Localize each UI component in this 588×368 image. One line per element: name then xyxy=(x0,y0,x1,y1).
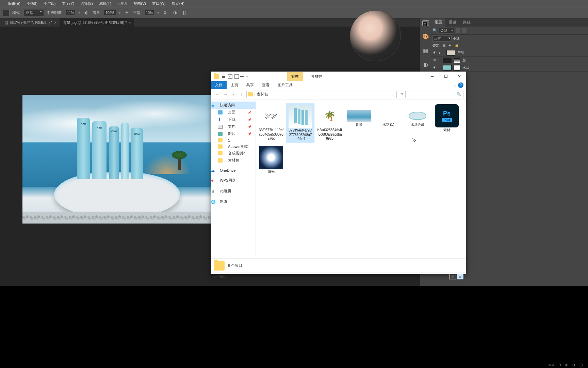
layer-name[interactable]: 水盆 xyxy=(462,65,469,70)
layer-filter-dropdown[interactable]: 类型 xyxy=(439,28,454,34)
nav-up-button[interactable]: ↑ xyxy=(238,91,245,98)
nav-item-图片[interactable]: 图片📌 xyxy=(211,130,256,137)
close-icon[interactable]: × xyxy=(54,21,56,25)
opacity-value[interactable]: 11% xyxy=(65,10,76,16)
menu-edit[interactable]: 编辑(E) xyxy=(5,0,23,7)
file-item[interactable]: 背景 xyxy=(345,103,373,143)
file-item[interactable]: 🕊🕊36f9677b1119bfc584d5e538870a76c xyxy=(257,103,285,143)
layer-thumbnail[interactable] xyxy=(443,65,452,71)
tab-channels[interactable]: 通道 xyxy=(445,18,460,27)
properties-icon[interactable] xyxy=(222,75,225,78)
menu-layer[interactable]: 图层(L) xyxy=(40,0,59,7)
visibility-icon[interactable]: 👁 xyxy=(432,51,437,55)
layer-mask-icon[interactable]: ◐ xyxy=(565,363,568,367)
layer-row[interactable]: 👁 影 xyxy=(431,57,588,64)
lock-position-icon[interactable]: ✥ xyxy=(448,44,453,48)
ribbon-tab-picture-tools[interactable]: 图片工具 xyxy=(274,81,297,89)
file-item[interactable]: 🌴b2ad325364fb4ff6c683af9acdba6925 xyxy=(316,103,344,143)
menu-help[interactable]: 帮助(H) xyxy=(169,0,187,7)
explorer-search-input[interactable]: 🔍 xyxy=(409,91,463,98)
expand-icon[interactable]: ▸ xyxy=(439,51,441,55)
visibility-icon[interactable]: 👁 xyxy=(432,58,437,62)
checkbox-icon[interactable]: ✓ xyxy=(228,74,232,79)
address-bar[interactable]: › 素材包 ⌄ xyxy=(246,91,397,98)
menu-3d[interactable]: 3D(D) xyxy=(114,0,130,7)
explorer-nav-pane[interactable]: ★快速访问桌面📌⬇下载📌文档📌图片📌1ApowerREC合成案例2素材包☁One… xyxy=(211,99,256,258)
nav-forward-button[interactable]: → xyxy=(222,91,229,98)
layer-row[interactable]: 👁 ▸ 产品 xyxy=(431,49,588,57)
help-icon[interactable]: ? xyxy=(458,82,463,88)
breadcrumb-separator[interactable]: › xyxy=(254,93,255,96)
layer-mask-thumbnail[interactable] xyxy=(454,65,460,71)
new-group-icon[interactable]: ▢ xyxy=(579,363,583,367)
adjustment-layer-icon[interactable]: ◑ xyxy=(572,363,575,367)
ribbon-context-tab[interactable]: 管理 xyxy=(287,72,303,81)
airbrush-icon[interactable]: ✈ xyxy=(124,9,130,16)
maximize-button[interactable]: ☐ xyxy=(439,72,453,81)
smooth-value[interactable]: 10% xyxy=(144,10,154,16)
menu-filter[interactable]: 滤镜(T) xyxy=(96,0,114,7)
nav-item-OneDrive[interactable]: ☁OneDrive xyxy=(211,167,256,173)
lock-pixels-icon[interactable]: ▦ xyxy=(442,44,446,48)
gear-icon[interactable]: ⚙ xyxy=(162,9,169,16)
pressure-opacity-icon[interactable]: ◐ xyxy=(83,9,90,16)
link-layers-icon[interactable]: ⊂⊃ xyxy=(549,363,554,367)
view-details-button[interactable]: ☰ xyxy=(449,274,456,279)
ribbon-tab-home[interactable]: 主页 xyxy=(227,81,242,89)
layer-fx-icon[interactable]: fx xyxy=(558,363,561,367)
filter-kind-icon[interactable] xyxy=(456,28,460,33)
breadcrumb-current[interactable]: 素材包 xyxy=(257,92,268,97)
file-item[interactable]: 水花 (1) xyxy=(374,103,402,143)
panel-icon[interactable]: 🎨 xyxy=(422,33,429,40)
nav-item-ApowerREC[interactable]: ApowerREC xyxy=(211,143,256,150)
layer-thumbnail[interactable] xyxy=(443,58,452,63)
minimize-button[interactable]: ─ xyxy=(425,72,439,81)
layer-name[interactable]: 产品 xyxy=(457,50,464,55)
nav-item-1[interactable]: 1 xyxy=(211,137,256,143)
qat-dropdown-icon[interactable]: ▼ xyxy=(244,75,250,78)
file-item[interactable]: PsPSD素材 xyxy=(433,103,461,143)
nav-item-网络[interactable]: 🌐网络 xyxy=(211,198,256,205)
lock-icon[interactable]: 🔒 xyxy=(455,44,459,48)
menu-image[interactable]: 图像(I) xyxy=(23,0,40,7)
file-item[interactable]: 079ff94ef4af20f27786062d8a7a94e4 xyxy=(287,103,314,143)
document-tab-2[interactable]: 背景.jpg @ 67.8% (影子, 图层蒙版/8) * × xyxy=(60,18,134,27)
nav-item-桌面[interactable]: 桌面📌 xyxy=(211,109,256,116)
nav-recent-dropdown[interactable]: ▾ xyxy=(230,91,237,98)
ribbon-tab-file[interactable]: 文件 xyxy=(211,81,227,89)
nav-item-文档[interactable]: 文档📌 xyxy=(211,123,256,130)
nav-item-合成案例2[interactable]: 合成案例2 xyxy=(211,150,256,157)
explorer-titlebar[interactable]: ✓ ▼ 管理 素材包 ─ ☐ ✕ xyxy=(211,72,466,81)
panel-icon[interactable]: ◐ xyxy=(423,61,428,68)
ribbon-tab-share[interactable]: 共享 xyxy=(242,81,258,89)
filter-kind-icon[interactable] xyxy=(462,28,467,33)
view-icons-button[interactable]: ▦ xyxy=(457,274,463,279)
ribbon-expand-icon[interactable]: ⌄ xyxy=(454,83,457,87)
menu-view[interactable]: 视图(V) xyxy=(130,0,149,7)
canvas-image[interactable]: OSM OSM OSM OSM xyxy=(22,95,211,224)
visibility-icon[interactable]: 👁 xyxy=(432,66,437,70)
nav-item-下载[interactable]: ⬇下载📌 xyxy=(211,116,256,123)
panel-icon[interactable]: ▦ xyxy=(423,47,428,54)
nav-item-此电脑[interactable]: 🖥此电脑 xyxy=(211,187,256,195)
file-item[interactable]: 阳光 xyxy=(257,144,285,175)
layer-name[interactable]: 影 xyxy=(462,58,466,63)
refresh-button[interactable]: ↻ xyxy=(398,91,406,98)
layer-blend-dropdown[interactable]: 正常 xyxy=(432,35,452,42)
layer-mask-thumbnail[interactable] xyxy=(454,58,460,63)
flow-value[interactable]: 100% xyxy=(104,10,116,16)
symmetry-icon[interactable]: ⦋⦌ xyxy=(181,9,188,16)
layer-thumbnail[interactable] xyxy=(446,50,455,56)
layer-row[interactable]: 👁 水盆 xyxy=(431,64,588,72)
menu-type[interactable]: 文字(Y) xyxy=(59,0,78,7)
address-dropdown-icon[interactable]: ⌄ xyxy=(390,93,395,96)
ribbon-tab-view[interactable]: 查看 xyxy=(258,81,274,89)
close-icon[interactable]: × xyxy=(129,21,131,25)
nav-item-素材包[interactable]: 素材包 xyxy=(211,157,256,164)
brush-preset-icon[interactable] xyxy=(3,9,10,16)
file-item[interactable]: 水盆合成 xyxy=(404,103,431,143)
tab-paths[interactable]: 路径 xyxy=(460,18,474,27)
new-folder-icon[interactable] xyxy=(234,74,239,79)
tab-layers[interactable]: 图层 xyxy=(431,18,445,27)
document-tab-1[interactable]: @ 66.7% (图层 7, RGB/8#) * × xyxy=(1,18,60,27)
